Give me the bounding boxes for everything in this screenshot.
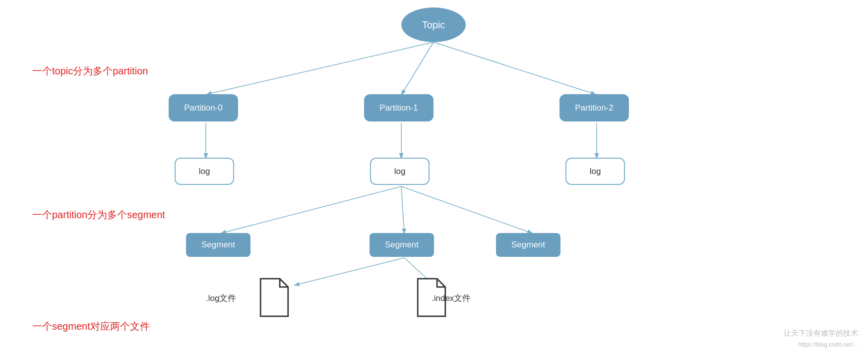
log-2-node: log bbox=[565, 158, 625, 185]
svg-line-1 bbox=[402, 42, 434, 94]
watermark-text: 让天下没有难学的技术 bbox=[784, 329, 858, 338]
segment-1-node: Segment bbox=[370, 233, 434, 257]
partition-2-node: Partition-2 bbox=[559, 94, 629, 121]
url-text: https://blog.csdn.net/... bbox=[798, 341, 858, 348]
svg-line-0 bbox=[207, 42, 434, 94]
index-file-label: .index文件 bbox=[432, 293, 471, 304]
partition-0-node: Partition-0 bbox=[169, 94, 238, 121]
label-topic-partition: 一个topic分为多个partition bbox=[32, 64, 148, 78]
svg-line-2 bbox=[434, 42, 595, 94]
segment-0-node: Segment bbox=[186, 233, 250, 257]
partition-1-node: Partition-1 bbox=[364, 94, 434, 121]
label-partition-segment: 一个partition分为多个segment bbox=[32, 208, 165, 222]
diagram-container: Topic Partition-0 Partition-1 Partition-… bbox=[0, 0, 868, 353]
label-segment-files: 一个segment对应两个文件 bbox=[32, 320, 150, 333]
log-1-node: log bbox=[370, 158, 430, 185]
topic-node: Topic bbox=[401, 7, 466, 42]
svg-line-9 bbox=[295, 258, 404, 285]
svg-line-6 bbox=[222, 186, 401, 233]
log-file-label: .log文件 bbox=[206, 293, 236, 304]
svg-line-8 bbox=[401, 186, 532, 233]
log-file-icon bbox=[257, 278, 292, 319]
svg-line-7 bbox=[401, 186, 404, 233]
segment-2-node: Segment bbox=[496, 233, 560, 257]
log-0-node: log bbox=[175, 158, 234, 185]
